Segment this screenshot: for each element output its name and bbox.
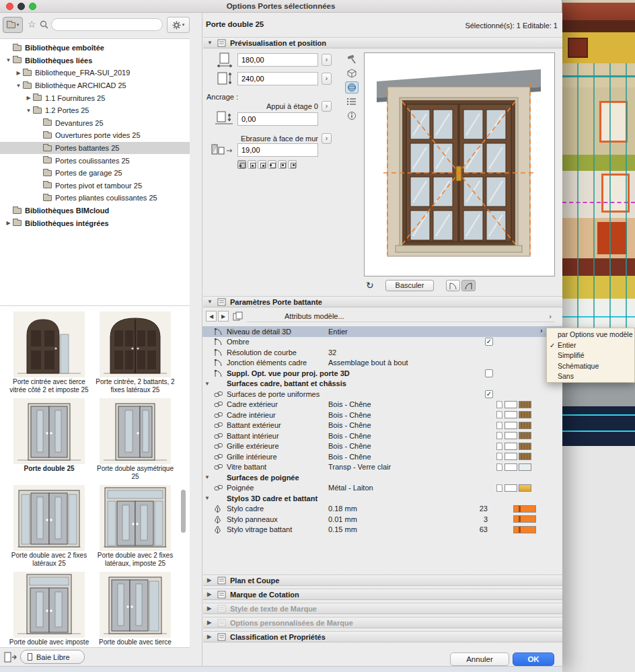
- tree-item[interactable]: Portes pivot et tambour 25: [0, 180, 190, 192]
- disclosure-triangle-icon[interactable]: ▶: [14, 70, 23, 76]
- param-row[interactable]: Jonction éléments cadreAssemblage bout à…: [202, 358, 563, 369]
- cancel-button[interactable]: Annuler: [450, 652, 509, 666]
- view-mode-button[interactable]: ▾: [3, 17, 23, 33]
- param-row[interactable]: Cadre extérieurBois - Chêne: [202, 400, 563, 410]
- menu-item[interactable]: ✓Entier: [547, 340, 634, 351]
- transfer-settings-icon[interactable]: [233, 311, 244, 321]
- door-thumbnail[interactable]: Porte cintrée avec tierce vitrée côté 2 …: [6, 311, 92, 397]
- baie-libre-button[interactable]: Baie Libre: [20, 650, 85, 664]
- section-classification[interactable]: ▶ Classification et Propriétés: [203, 631, 562, 642]
- param-row[interactable]: PoignéeMétal - Laiton: [202, 483, 563, 494]
- surface-swatch-left[interactable]: [505, 443, 517, 450]
- height-input[interactable]: [237, 72, 318, 85]
- anchor-mode-select[interactable]: Appui à étage 0: [229, 102, 318, 110]
- thumbnails-scrollbar[interactable]: [181, 490, 186, 533]
- material-page-icon[interactable]: [496, 422, 502, 429]
- param-row[interactable]: Grille extérieureBois - Chêne: [202, 441, 563, 452]
- material-page-icon[interactable]: [496, 463, 502, 471]
- tree-item[interactable]: Portes battantes 25: [0, 142, 190, 155]
- surface-swatch-right[interactable]: [519, 453, 531, 460]
- door-thumbnail[interactable]: Porte double asymétrique 25: [92, 398, 178, 484]
- tree-item[interactable]: ▼Bibliothèque ARCHICAD 25: [0, 79, 190, 92]
- tree-item[interactable]: Bibliothèques BIMcloud: [0, 204, 190, 217]
- ok-button[interactable]: OK: [513, 652, 554, 666]
- param-row[interactable]: Surfaces de porte uniformes✓: [202, 389, 563, 400]
- param-row[interactable]: Suppl. Opt. vue pour proj. porte 3D: [202, 368, 563, 379]
- mirror-right-icon[interactable]: [461, 280, 476, 291]
- tree-item[interactable]: ▼Bibliothèques liées: [0, 54, 190, 67]
- group-triangle-icon[interactable]: ▼: [204, 381, 210, 387]
- section-marque-cotation[interactable]: ▶ Marque de Cotation: [203, 589, 562, 600]
- settings-gear-button[interactable]: ▾: [167, 17, 190, 33]
- disclosure-triangle-icon[interactable]: ▼: [14, 83, 23, 89]
- surface-swatch-left[interactable]: [505, 411, 517, 418]
- pen-color-swatch[interactable]: [513, 526, 536, 533]
- tree-item[interactable]: Devantures 25: [0, 117, 190, 130]
- next-page-button[interactable]: ▶: [218, 311, 229, 322]
- anchor-mode-button[interactable]: ›: [322, 101, 332, 112]
- section-plan-coupe[interactable]: ▶ Plan et Coupe: [203, 574, 562, 586]
- door-thumbnail[interactable]: Porte double avec 2 fixes latéraux 25: [6, 485, 92, 570]
- section-expanded-icon[interactable]: ▼: [207, 299, 213, 305]
- reveal-mode-button[interactable]: ›: [322, 133, 332, 144]
- tree-item[interactable]: Portes de garage 25: [0, 167, 190, 180]
- section-collapsed-icon[interactable]: ▶: [207, 577, 213, 583]
- param-row[interactable]: Vitre battantTransp - Verre clair: [202, 462, 563, 473]
- search-input[interactable]: [51, 18, 163, 31]
- width-input[interactable]: [237, 53, 318, 67]
- anchor-toggle-1[interactable]: [237, 160, 246, 169]
- material-page-icon[interactable]: [496, 411, 502, 418]
- surface-swatch-right[interactable]: [519, 463, 531, 471]
- anchor-toggle-3[interactable]: [258, 160, 266, 169]
- param-group-row[interactable]: ▼Surfaces cadre, battant et châssis: [202, 379, 563, 389]
- anchor-toggle-2[interactable]: [248, 160, 256, 169]
- pen-color-swatch[interactable]: [513, 515, 536, 523]
- anchor-toggle-5[interactable]: [278, 160, 287, 169]
- door-thumbnail[interactable]: Porte double avec tierce vitrée 25: [92, 572, 178, 648]
- tree-item[interactable]: ▼1.2 Portes 25: [0, 104, 190, 117]
- param-row[interactable]: Stylo vitrage battant0.15 mm63: [202, 525, 563, 535]
- section-swing-door-params[interactable]: ▼ Paramètres Porte battante: [203, 296, 562, 307]
- param-row[interactable]: Résolution de courbe32: [202, 347, 563, 358]
- height-options-button[interactable]: ›: [322, 73, 332, 85]
- surface-swatch-right[interactable]: [519, 411, 531, 418]
- param-row[interactable]: Grille intérieureBois - Chêne: [202, 451, 563, 462]
- surface-swatch-right[interactable]: [519, 432, 531, 439]
- param-checkbox[interactable]: ✓: [485, 338, 493, 346]
- anchor-toggle-4[interactable]: [268, 160, 276, 169]
- model-attributes-selector[interactable]: Attributs modèle... ›: [247, 311, 555, 322]
- door-preview-viewport[interactable]: [364, 52, 555, 276]
- material-page-icon[interactable]: [496, 484, 502, 492]
- menu-item[interactable]: Simplifié: [547, 350, 634, 361]
- param-row[interactable]: Battant intérieurBois - Chêne: [202, 431, 563, 441]
- pen-color-swatch[interactable]: [513, 505, 536, 513]
- tree-item[interactable]: ▶Bibliothèques intégrées: [0, 217, 190, 229]
- group-triangle-icon[interactable]: ▼: [204, 474, 210, 480]
- sphere-3d-icon[interactable]: [345, 81, 359, 94]
- door-thumbnail[interactable]: Porte double avec imposte 25: [6, 572, 92, 648]
- door-thumbnail[interactable]: Porte double avec 2 fixes latéraux, impo…: [92, 485, 178, 570]
- cube-icon[interactable]: [345, 67, 359, 79]
- surface-swatch-left[interactable]: [505, 484, 517, 492]
- rotate-preview-icon[interactable]: ↻: [366, 280, 374, 291]
- door-thumbnail[interactable]: Porte double 25: [6, 398, 92, 484]
- section-expanded-icon[interactable]: ▼: [207, 40, 213, 46]
- surface-swatch-right[interactable]: [519, 484, 531, 492]
- door-tool-icon[interactable]: [3, 651, 19, 665]
- surface-swatch-right[interactable]: [519, 443, 531, 450]
- material-page-icon[interactable]: [496, 453, 502, 460]
- group-triangle-icon[interactable]: ▼: [204, 495, 210, 501]
- param-row[interactable]: Niveau de détail 3DEntier›: [202, 326, 563, 337]
- param-row[interactable]: Stylo panneaux0.01 mm3: [202, 514, 563, 525]
- param-group-row[interactable]: ▼Surfaces de poignée: [202, 472, 563, 483]
- tree-item[interactable]: ▶1.1 Fournitures 25: [0, 91, 190, 104]
- door-thumbnail[interactable]: Porte cintrée, 2 battants, 2 fixes latér…: [92, 311, 178, 397]
- hammer-icon[interactable]: [345, 53, 359, 65]
- surface-swatch-right[interactable]: [519, 422, 531, 429]
- param-row[interactable]: Battant extérieurBois - Chêne: [202, 420, 563, 431]
- surface-swatch-left[interactable]: [505, 463, 517, 471]
- material-page-icon[interactable]: [496, 432, 502, 439]
- section-preview-position[interactable]: ▼ Prévisualisation et position: [203, 37, 562, 48]
- tree-item[interactable]: Ouvertures porte vides 25: [0, 129, 190, 142]
- param-row[interactable]: Stylo cadre0.18 mm23: [202, 504, 563, 515]
